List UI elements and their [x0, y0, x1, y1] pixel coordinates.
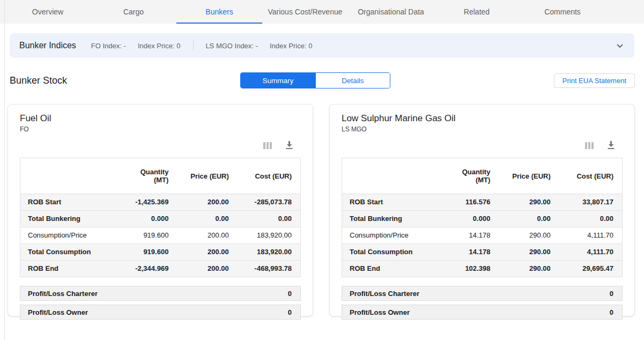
window-pane-divider [4, 0, 5, 340]
price-cell: 290.00 [499, 261, 559, 277]
profit-loss-owner-row: Profit/Loss Owner 0 [342, 305, 623, 320]
summary-toggle-button[interactable]: Summary [241, 73, 315, 88]
card-subtitle: FO [20, 125, 301, 133]
vertical-divider [193, 40, 194, 51]
view-toggle-group: Summary Details [240, 72, 390, 88]
quantity-cell: 0.000 [119, 211, 177, 227]
profit-loss-value: 0 [288, 308, 292, 316]
row-label: Profit/Loss Charterer [28, 290, 98, 298]
bunker-stock-table: Quantity (MT) Price (EUR) Cost (EUR) ROB… [20, 158, 301, 277]
tab-bunkers[interactable]: Bunkers [176, 0, 262, 24]
quantity-cell: 919.600 [119, 227, 177, 244]
tab-bar: Overview Cargo Bunkers Various Cost/Reve… [0, 0, 644, 24]
quantity-cell: 14.178 [440, 244, 499, 261]
tab-related[interactable]: Related [434, 0, 520, 24]
page-title: Bunker Stock [10, 75, 67, 86]
cost-cell: 4,111.70 [559, 227, 623, 244]
table-row-rob-end: ROB End -2,344.969 200.00 -468,993.78 [20, 261, 301, 277]
table-row-total-bunkering: Total Bunkering 0.000 0.00 0.00 [342, 211, 623, 227]
row-label: ROB Start [342, 194, 440, 211]
tab-organisational-data[interactable]: Organisational Data [348, 0, 434, 24]
download-icon[interactable] [607, 141, 615, 150]
profit-loss-value: 0 [610, 308, 613, 316]
price-cell: 290.00 [499, 227, 559, 244]
row-label: Consumption/Price [342, 227, 440, 244]
cost-header: Cost (EUR) [559, 158, 623, 194]
table-row-total-consumption: Total Consumption 14.178 290.00 4,111.70 [342, 244, 623, 261]
price-cell: 200.00 [177, 244, 237, 261]
card-title: Fuel Oil [20, 113, 301, 124]
table-row-rob-start: ROB Start 116.576 290.00 33,807.17 [342, 194, 623, 211]
row-label: Profit/Loss Charterer [350, 290, 419, 298]
row-label: Consumption/Price [20, 227, 119, 244]
print-eua-statement-button[interactable]: Print EUA Statement [554, 73, 635, 88]
row-label: Total Consumption [342, 244, 440, 261]
cost-cell: 0.00 [238, 211, 301, 227]
row-label: Total Bunkering [20, 211, 119, 227]
table-header-row: Quantity (MT) Price (EUR) Cost (EUR) [20, 158, 301, 194]
row-label: Profit/Loss Owner [28, 308, 88, 316]
ls-mgo-index-value: LS MGO Index: - [205, 42, 258, 50]
price-cell: 0.00 [177, 211, 237, 227]
bunker-indices-panel: Bunker Indices FO Index: - Index Price: … [10, 33, 634, 58]
table-row-consumption-price: Consumption/Price 14.178 290.00 4,111.70 [342, 227, 623, 244]
tab-various-cost-revenue[interactable]: Various Cost/Revenue [262, 0, 348, 24]
row-label-header [20, 158, 119, 194]
chevron-down-icon[interactable] [615, 41, 625, 50]
cost-cell: 4,111.70 [559, 244, 623, 261]
price-cell: 290.00 [499, 244, 559, 261]
bunker-stock-header: Bunker Stock Summary Details Print EUA S… [10, 72, 635, 89]
price-header: Price (EUR) [177, 158, 237, 194]
price-cell: 200.00 [177, 261, 237, 277]
quantity-cell: -1,425.369 [119, 194, 177, 211]
tab-comments[interactable]: Comments [520, 0, 605, 24]
row-label: ROB End [342, 261, 440, 277]
table-row-rob-start: ROB Start -1,425.369 200.00 -285,073.78 [20, 194, 301, 211]
table-row-consumption-price: Consumption/Price 919.600 200.00 183,920… [20, 227, 301, 244]
columns-icon[interactable] [585, 142, 594, 150]
row-label: ROB Start [20, 194, 119, 211]
bunker-stock-cards: Fuel Oil FO Quantity (MT) Price (EUR) Co… [8, 104, 635, 316]
profit-loss-charterer-row: Profit/Loss Charterer 0 [20, 286, 301, 301]
tab-overview[interactable]: Overview [5, 0, 91, 24]
price-header: Price (EUR) [499, 158, 559, 194]
quantity-cell: 919.600 [119, 244, 177, 261]
price-cell: 200.00 [177, 227, 237, 244]
quantity-cell: 116.576 [440, 194, 499, 211]
table-row-total-bunkering: Total Bunkering 0.000 0.00 0.00 [20, 211, 301, 227]
quantity-header: Quantity (MT) [119, 158, 177, 194]
quantity-cell: -2,344.969 [119, 261, 177, 277]
cost-cell: 29,695.47 [559, 261, 623, 277]
ls-mgo-index-price-value: Index Price: 0 [270, 42, 313, 50]
table-header-row: Quantity (MT) Price (EUR) Cost (EUR) [342, 158, 623, 194]
bunker-indices-title: Bunker Indices [19, 41, 76, 50]
tab-cargo[interactable]: Cargo [91, 0, 176, 24]
profit-loss-value: 0 [610, 290, 613, 298]
row-label: ROB End [20, 261, 119, 277]
profit-loss-charterer-row: Profit/Loss Charterer 0 [342, 286, 623, 301]
fo-index-price-value: Index Price: 0 [138, 42, 181, 50]
cost-header: Cost (EUR) [238, 158, 301, 194]
cost-cell: 183,920.00 [238, 227, 301, 244]
download-icon[interactable] [285, 141, 293, 150]
columns-icon[interactable] [263, 142, 272, 150]
fo-index-value: FO Index: - [91, 42, 126, 50]
price-cell: 290.00 [499, 194, 559, 211]
row-label-header [342, 158, 440, 194]
quantity-cell: 14.178 [440, 227, 499, 244]
cost-cell: 33,807.17 [559, 194, 623, 211]
row-label: Profit/Loss Owner [350, 308, 410, 316]
table-row-rob-end: ROB End 102.398 290.00 29,695.47 [342, 261, 623, 277]
quantity-header: Quantity (MT) [440, 158, 499, 194]
cost-cell: 183,920.00 [238, 244, 301, 261]
row-label: Total Consumption [20, 244, 119, 261]
profit-loss-value: 0 [288, 290, 292, 298]
card-toolbar [342, 141, 615, 150]
price-cell: 200.00 [177, 194, 237, 211]
card-toolbar [20, 141, 293, 150]
cost-cell: 0.00 [559, 211, 623, 227]
row-label: Total Bunkering [342, 211, 440, 227]
details-toggle-button[interactable]: Details [315, 73, 390, 88]
table-row-total-consumption: Total Consumption 919.600 200.00 183,920… [20, 244, 301, 261]
fuel-oil-card: Fuel Oil FO Quantity (MT) Price (EUR) Co… [8, 104, 313, 316]
